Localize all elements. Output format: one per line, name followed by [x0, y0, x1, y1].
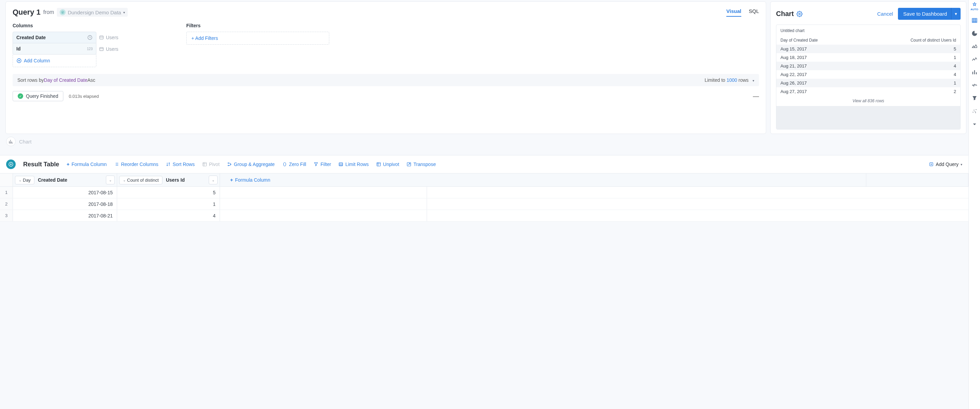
svg-point-20	[975, 112, 975, 113]
query-status-chip[interactable]: ✓ Query Finished	[13, 91, 63, 101]
chart-panel-title: Chart	[776, 10, 794, 18]
funnel-icon[interactable]	[971, 95, 978, 102]
svg-rect-11	[339, 163, 343, 166]
auto-chart-button[interactable]: AUTO	[970, 2, 978, 11]
column-menu-button[interactable]: ⌄	[106, 176, 115, 184]
tool-pivot: Pivot	[202, 161, 220, 167]
table-row: 2 2017-08-18 1	[0, 198, 969, 210]
add-formula-column[interactable]: +Formula Column	[220, 174, 866, 187]
column-menu-button[interactable]: ⌄	[209, 176, 218, 184]
sparkline-icon[interactable]	[971, 82, 978, 89]
chevron-down-icon: ▾	[961, 163, 962, 166]
sort-field[interactable]: Day of Created Date	[44, 77, 88, 83]
clock-icon	[87, 35, 92, 40]
svg-point-10	[283, 163, 286, 166]
svg-rect-15	[972, 18, 977, 22]
line-icon[interactable]	[971, 56, 978, 63]
chevron-down-icon: ▾	[123, 11, 125, 14]
number-type-icon: 123	[87, 47, 92, 51]
svg-point-7	[228, 163, 229, 163]
columns-heading: Columns	[13, 23, 132, 28]
result-grid: ⌄Day Created Date ⌄ ⌄Count of distinct U…	[0, 174, 969, 222]
add-column-button[interactable]: Add Column	[13, 54, 96, 67]
column-field-created-date[interactable]: Created Date	[13, 32, 96, 43]
sort-direction: Asc	[87, 77, 95, 83]
svg-point-16	[972, 112, 973, 112]
chart-data-row: Aug 15, 20175	[776, 45, 960, 53]
table-icon[interactable]	[971, 17, 978, 24]
chart-panel: Chart Cancel Save to Dashboard ▾ Untitle…	[770, 2, 966, 134]
tool-group-aggregate[interactable]: Group & Aggregate	[227, 161, 275, 167]
column-name: Created Date	[16, 35, 46, 40]
sort-prefix: Sort rows by	[18, 77, 44, 83]
svg-point-19	[975, 109, 976, 110]
results-toolbar: Result Table +Formula Column Reorder Col…	[0, 155, 969, 174]
tool-filter[interactable]: Filter	[313, 161, 331, 167]
chart-type-chip[interactable]	[6, 137, 16, 146]
chevron-down-icon: ▾	[752, 79, 754, 83]
svg-rect-2	[100, 47, 103, 50]
table-row: 1 2017-08-15 5	[0, 187, 969, 198]
svg-rect-12	[377, 163, 381, 166]
chart-data-row: Aug 18, 20171	[776, 53, 960, 62]
grid-header-users-id[interactable]: ⌄Count of distinct Users Id ⌄	[117, 174, 220, 187]
table-row: 3 2017-08-21 4	[0, 210, 969, 222]
chart-data-row: Aug 27, 20172	[776, 87, 960, 96]
tab-sql[interactable]: SQL	[749, 8, 759, 17]
tab-visual[interactable]: Visual	[726, 8, 741, 17]
column-source: Users	[99, 35, 118, 40]
chart-type-rail: AUTO	[969, 0, 980, 409]
chart-col-header-1: Day of Created Date	[780, 38, 818, 43]
result-table-title: Result Table	[23, 161, 59, 168]
result-table-icon	[6, 160, 16, 169]
svg-rect-6	[203, 163, 206, 166]
check-icon: ✓	[18, 93, 23, 99]
column-source: Users	[99, 46, 118, 52]
tool-formula-column[interactable]: +Formula Column	[67, 161, 107, 167]
data-source-chip[interactable]: ⦿ Dundersign Demo Data ▾	[57, 8, 128, 17]
tool-limit-rows[interactable]: Limit Rows	[339, 161, 368, 167]
pie-icon[interactable]	[971, 30, 978, 37]
tool-zero-fill[interactable]: Zero Fill	[282, 161, 307, 167]
tool-reorder-columns[interactable]: Reorder Columns	[114, 161, 158, 167]
chart-col-header-2: Count of distinct Users Id	[910, 38, 956, 43]
more-icon[interactable]	[971, 121, 978, 128]
row-limit[interactable]: Limited to 1000 rows ▾	[705, 77, 754, 83]
gear-icon[interactable]	[797, 11, 803, 17]
grid-header-created-date[interactable]: ⌄Day Created Date ⌄	[13, 174, 117, 187]
from-label: from	[43, 9, 54, 15]
svg-rect-1	[100, 36, 103, 39]
tool-sort-rows[interactable]: Sort Rows	[166, 161, 195, 167]
elapsed-time: 0.013s elapsed	[69, 94, 99, 99]
grid-header-empty	[866, 174, 969, 187]
tool-transpose[interactable]: Transpose	[407, 161, 436, 167]
chart-footer-area	[776, 106, 960, 129]
chart-data-row: Aug 26, 20171	[776, 79, 960, 87]
tool-unpivot[interactable]: Unpivot	[376, 161, 399, 167]
bar-icon[interactable]	[971, 69, 978, 76]
add-filters-button[interactable]: + Add Filters	[186, 32, 329, 45]
column-name: Id	[16, 46, 21, 51]
save-to-dashboard-button[interactable]: Save to Dashboard	[898, 8, 952, 20]
chart-data-row: Aug 21, 20174	[776, 62, 960, 70]
scatter-icon[interactable]	[971, 108, 978, 115]
svg-point-9	[230, 164, 231, 165]
chart-data-row: Aug 22, 20174	[776, 70, 960, 79]
chart-name[interactable]: Untitled chart	[776, 25, 960, 37]
data-source-icon: ⦿	[60, 9, 66, 15]
cancel-button[interactable]: Cancel	[877, 11, 893, 17]
add-query-button[interactable]: Add Query ▾	[929, 161, 962, 167]
save-dropdown-button[interactable]: ▾	[951, 8, 961, 20]
svg-point-8	[228, 165, 229, 166]
collapse-button[interactable]: —	[753, 93, 759, 100]
sort-limit-bar[interactable]: Sort rows by Day of Created Date Asc Lim…	[13, 74, 759, 86]
svg-point-17	[974, 110, 974, 110]
svg-point-4	[799, 13, 800, 14]
filters-heading: Filters	[186, 23, 329, 28]
query-title[interactable]: Query 1	[13, 8, 41, 17]
view-all-rows-link[interactable]: View all 836 rows	[776, 96, 960, 106]
svg-point-18	[975, 111, 975, 112]
column-field-id[interactable]: Id 123	[13, 43, 96, 54]
area-icon[interactable]	[971, 43, 978, 50]
query-status-label: Query Finished	[26, 93, 58, 99]
